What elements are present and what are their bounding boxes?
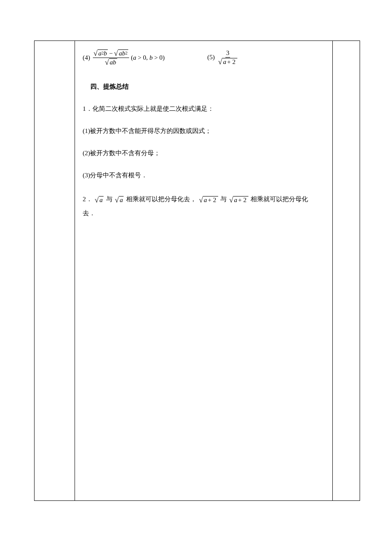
- problem-4-denominator: √ ab: [104, 58, 118, 66]
- content-cell: (4) √ a2b − √: [75, 41, 333, 501]
- summary-1-intro: 1．化简二次根式实际上就是使二次根式满足：: [83, 104, 325, 114]
- problem-4-fraction: √ a2b − √ ab2: [93, 49, 130, 66]
- problem-5-numerator: 3: [225, 49, 231, 58]
- problem-5: (5) 3 √ a+ 2: [208, 49, 238, 65]
- problem-5-denominator: √ a+ 2: [217, 58, 238, 66]
- problem-4-numerator: √ a2b − √ ab2: [93, 49, 130, 58]
- sqrt-icon: √ ab2: [114, 49, 129, 57]
- sqrt-icon: √ a: [115, 196, 124, 204]
- sqrt-icon: √ a+ 2: [229, 196, 248, 204]
- summary-1-item-3: (3)分母中不含有根号．: [83, 170, 325, 180]
- sqrt-icon: √ a: [95, 196, 104, 204]
- problem-4-label: (4): [83, 54, 90, 61]
- sqrt-icon: √ a2b: [94, 49, 108, 57]
- problem-5-fraction: 3 √ a+ 2: [217, 49, 238, 65]
- problem-4: (4) √ a2b − √: [83, 49, 165, 66]
- left-margin-cell: [35, 41, 75, 501]
- summary-2-tail: 去．: [83, 210, 95, 217]
- summary-1-item-1: (1)被开方数中不含能开得尽方的因数或因式；: [83, 126, 325, 136]
- sqrt-icon: √ ab: [105, 58, 117, 66]
- document-frame: (4) √ a2b − √: [34, 40, 360, 501]
- sqrt-icon: √ a+ 2: [199, 196, 218, 204]
- problem-4-condition: (a > 0, b > 0): [131, 54, 164, 61]
- problems-row: (4) √ a2b − √: [83, 49, 325, 66]
- section-heading: 四、提炼总结: [90, 83, 325, 91]
- sqrt-icon: √ a+ 2: [218, 58, 237, 66]
- summary-2-prefix: 2．: [83, 196, 92, 202]
- problem-5-label: (5): [208, 54, 215, 61]
- summary-2: 2． √ a 与 √ a 相乘就可以把分母化去， √ a+ 2 与 √: [83, 192, 325, 220]
- minus-icon: −: [109, 50, 112, 57]
- summary-1-item-2: (2)被开方数中不含有分母；: [83, 148, 325, 158]
- right-margin-cell: [333, 41, 360, 501]
